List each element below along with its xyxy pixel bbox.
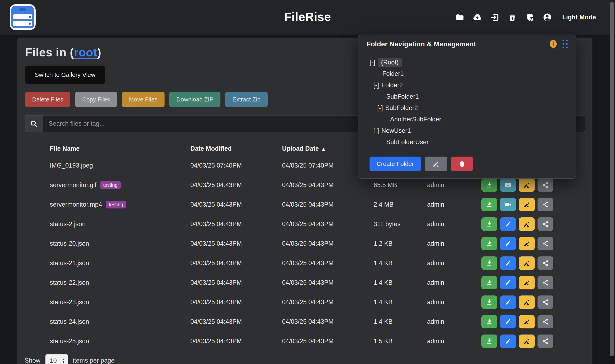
light-mode-toggle[interactable]: Light Mode bbox=[562, 14, 596, 21]
download-file-button[interactable] bbox=[481, 315, 497, 328]
collapse-toggle[interactable]: [-] bbox=[373, 81, 379, 89]
folder-tree-item-folder2[interactable]: [-]Folder2 bbox=[358, 79, 576, 91]
folder-label[interactable]: (Root) bbox=[378, 58, 402, 67]
drag-handle-icon[interactable] bbox=[563, 40, 568, 48]
cloud-upload-icon[interactable] bbox=[472, 13, 482, 22]
file-name[interactable]: status-2.json bbox=[50, 221, 86, 228]
rename-file-button[interactable] bbox=[519, 315, 535, 328]
column-header-file-name[interactable]: File Name bbox=[50, 145, 190, 152]
share-file-button[interactable] bbox=[537, 276, 553, 289]
file-name[interactable]: status-20.json bbox=[50, 240, 89, 247]
delete-folder-button[interactable] bbox=[451, 156, 473, 171]
folder-label[interactable]: Folder1 bbox=[382, 70, 404, 78]
table-row: status-20.json04/03/25 04:43PM04/03/25 0… bbox=[25, 234, 584, 253]
share-icon bbox=[542, 260, 549, 267]
folder-tree-item-subfolder2[interactable]: [-]SubFolder2 bbox=[358, 102, 576, 114]
file-name[interactable]: status-24.json bbox=[50, 318, 89, 325]
file-name[interactable]: status-21.json bbox=[50, 260, 89, 267]
share-file-button[interactable] bbox=[537, 296, 553, 309]
folder-label[interactable]: SubFolderUser bbox=[386, 139, 429, 146]
file-name[interactable]: IMG_0193.jpeg bbox=[50, 162, 93, 169]
image-file-button[interactable] bbox=[500, 178, 516, 192]
collapse-toggle[interactable]: [-] bbox=[373, 127, 379, 134]
collapse-toggle[interactable]: [-] bbox=[377, 104, 383, 112]
download-file-button[interactable] bbox=[481, 276, 497, 289]
download-file-button[interactable] bbox=[481, 178, 497, 192]
video-file-button[interactable] bbox=[500, 198, 516, 211]
rename-file-button[interactable] bbox=[519, 276, 535, 289]
folder-label[interactable]: AnotherSubFolder bbox=[390, 116, 441, 123]
folder-tree-item-subfolder1[interactable]: SubFolder1 bbox=[358, 91, 576, 102]
share-file-button[interactable] bbox=[537, 217, 553, 231]
folder-label[interactable]: Folder2 bbox=[381, 81, 403, 89]
extract-zip-button[interactable]: Extract Zip bbox=[225, 92, 268, 107]
edit-file-button[interactable] bbox=[500, 335, 516, 348]
delete-files-button[interactable]: Delete Files bbox=[25, 92, 70, 107]
row-actions bbox=[481, 237, 584, 250]
admin-shield-icon[interactable] bbox=[525, 13, 535, 22]
folder-label[interactable]: SubFolder2 bbox=[385, 104, 418, 112]
move-files-button[interactable]: Move Files bbox=[122, 92, 165, 107]
rename-file-button[interactable] bbox=[519, 217, 535, 231]
folder-tree-item-folder1[interactable]: Folder1 bbox=[358, 68, 576, 79]
rename-folder-button[interactable] bbox=[425, 156, 447, 171]
download-file-button[interactable] bbox=[481, 198, 497, 211]
items-per-page-select[interactable]: 10 ▲▼ bbox=[45, 354, 68, 364]
folder-icon[interactable] bbox=[455, 13, 465, 22]
table-row: status-22.json04/03/25 04:43PM04/03/25 0… bbox=[25, 273, 584, 292]
download-file-button[interactable] bbox=[481, 256, 497, 270]
copy-files-button[interactable]: Copy Files bbox=[75, 92, 117, 107]
file-name[interactable]: servermonitor.mp4 bbox=[50, 201, 102, 208]
folder-tree-item-newuser1[interactable]: [-]NewUser1 bbox=[358, 125, 576, 136]
rename-file-button[interactable] bbox=[519, 335, 535, 348]
download-file-button[interactable] bbox=[481, 335, 497, 348]
download-icon bbox=[486, 299, 493, 306]
share-file-button[interactable] bbox=[537, 256, 553, 270]
page-scrollbar[interactable] bbox=[610, 2, 614, 356]
download-file-button[interactable] bbox=[481, 296, 497, 309]
file-name[interactable]: status-23.json bbox=[50, 299, 89, 306]
search-button[interactable] bbox=[26, 116, 42, 132]
folder-tree-item-root[interactable]: [-](Root) bbox=[358, 57, 576, 68]
rename-file-button[interactable] bbox=[519, 237, 535, 250]
column-header-date-modified[interactable]: Date Modified bbox=[190, 145, 282, 152]
file-name[interactable]: status-22.json bbox=[50, 279, 89, 286]
folder-label[interactable]: SubFolder1 bbox=[386, 93, 419, 100]
share-file-button[interactable] bbox=[537, 178, 553, 192]
download-file-button[interactable] bbox=[481, 217, 497, 231]
edit-file-button[interactable] bbox=[500, 276, 516, 289]
edit-file-button[interactable] bbox=[500, 315, 516, 328]
collapse-toggle[interactable]: [-] bbox=[369, 59, 375, 66]
root-folder-link[interactable]: root bbox=[74, 46, 97, 59]
file-name[interactable]: status-25.json bbox=[50, 338, 89, 345]
edit-file-button[interactable] bbox=[500, 256, 516, 270]
folder-label[interactable]: NewUser1 bbox=[381, 127, 411, 134]
top-bar: FileRise Light Mode bbox=[0, 0, 615, 35]
edit-file-button[interactable] bbox=[500, 296, 516, 309]
edit-file-button[interactable] bbox=[500, 217, 516, 231]
restore-trash-icon[interactable] bbox=[507, 13, 517, 22]
download-zip-button[interactable]: Download ZIP bbox=[169, 92, 221, 107]
download-icon bbox=[486, 318, 493, 325]
create-folder-button[interactable]: Create Folder bbox=[369, 156, 421, 171]
rename-file-button[interactable] bbox=[519, 296, 535, 309]
file-name[interactable]: servermonitor.gif bbox=[50, 182, 96, 189]
folder-navigation-panel: Folder Navigation & Management [-](Root)… bbox=[358, 35, 576, 179]
download-file-button[interactable] bbox=[481, 237, 497, 250]
account-icon[interactable] bbox=[542, 13, 552, 22]
folder-tree-item-subfolderuser[interactable]: SubFolderUser bbox=[358, 136, 576, 148]
info-icon[interactable] bbox=[548, 39, 558, 49]
rename-file-button[interactable] bbox=[519, 256, 535, 270]
share-file-button[interactable] bbox=[537, 335, 553, 348]
file-size: 1.5 KB bbox=[374, 338, 427, 345]
switch-gallery-view-button[interactable]: Switch to Gallery View bbox=[25, 66, 105, 84]
share-file-button[interactable] bbox=[537, 198, 553, 211]
rename-file-button[interactable] bbox=[519, 178, 535, 192]
rename-file-button[interactable] bbox=[519, 198, 535, 211]
edit-file-button[interactable] bbox=[500, 237, 516, 250]
folder-tree-item-anothersubfolder[interactable]: AnotherSubFolder bbox=[358, 114, 576, 125]
file-uploader: admin bbox=[427, 240, 481, 247]
sign-out-icon[interactable] bbox=[490, 13, 500, 22]
share-file-button[interactable] bbox=[537, 315, 553, 328]
share-file-button[interactable] bbox=[537, 237, 553, 250]
